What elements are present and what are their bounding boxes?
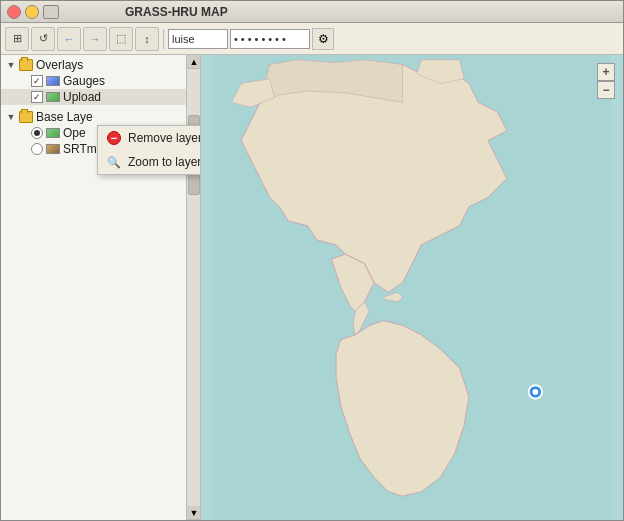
context-menu-item-remove[interactable]: Remove layer	[98, 126, 201, 150]
base-layers-expand-icon: ▼	[5, 111, 17, 123]
password-input[interactable]	[230, 29, 310, 49]
tree-node-overlays: ▼ Overlays Gauges Upload	[1, 55, 200, 107]
sidebar-item-gauges[interactable]: Gauges	[1, 73, 200, 89]
rotate-btn[interactable]: ↕	[135, 27, 159, 51]
sidebar-item-overlays[interactable]: ▼ Overlays	[1, 57, 200, 73]
scroll-arrow-up[interactable]: ▲	[187, 55, 201, 69]
map-svg	[201, 55, 623, 520]
upload-layer-icon	[46, 92, 60, 102]
expand-overlays-icon: ▼	[5, 59, 17, 71]
zoom-layer-label: Zoom to layer extent	[128, 155, 201, 169]
forward-btn[interactable]: →	[83, 27, 107, 51]
sidebar-item-upload[interactable]: Upload	[1, 89, 200, 105]
window-title: GRASS-HRU MAP	[125, 5, 228, 19]
refresh-btn[interactable]: ↺	[31, 27, 55, 51]
ope-radio[interactable]	[31, 127, 43, 139]
upload-checkbox[interactable]	[31, 91, 43, 103]
upload-expand-icon	[17, 91, 29, 103]
base-layers-label: Base Laye	[36, 110, 93, 124]
srtm-expand-icon	[17, 143, 29, 155]
toolbar-separator	[163, 29, 164, 49]
zoom-layer-icon: 🔍	[106, 154, 122, 170]
zoom-icon-shape: 🔍	[107, 155, 121, 169]
zoom-out-button[interactable]: −	[597, 81, 615, 99]
minimize-button[interactable]	[25, 5, 39, 19]
remove-icon-circle	[107, 131, 121, 145]
context-menu-item-zoom[interactable]: 🔍 Zoom to layer extent	[98, 150, 201, 174]
content-area: ▼ Overlays Gauges Upload	[1, 55, 623, 520]
gauges-layer-icon	[46, 76, 60, 86]
toolbar: ⊞ ↺ ← → ⬚ ↕ ⚙	[1, 23, 623, 55]
back-btn[interactable]: ←	[57, 27, 81, 51]
remove-layer-icon	[106, 130, 122, 146]
gauges-expand-icon	[17, 75, 29, 87]
srtm-radio[interactable]	[31, 143, 43, 155]
username-input[interactable]	[168, 29, 228, 49]
window-controls	[7, 5, 59, 19]
extent-btn[interactable]: ⬚	[109, 27, 133, 51]
srtm-layer-icon	[46, 144, 60, 154]
svg-point-2	[533, 389, 539, 395]
overlays-label: Overlays	[36, 58, 83, 72]
remove-layer-label: Remove layer	[128, 131, 201, 145]
context-menu: Remove layer 🔍 Zoom to layer extent	[97, 125, 201, 175]
zoom-controls: + −	[597, 63, 615, 99]
settings-icon-btn[interactable]: ⚙	[312, 28, 334, 50]
close-button[interactable]	[7, 5, 21, 19]
base-layers-folder-icon	[19, 111, 33, 123]
overlays-folder-icon	[19, 59, 33, 71]
gauges-checkbox[interactable]	[31, 75, 43, 87]
scroll-arrow-down[interactable]: ▼	[187, 506, 201, 520]
ope-expand-icon	[17, 127, 29, 139]
upload-label: Upload	[63, 90, 101, 104]
map-area[interactable]: + −	[201, 55, 623, 520]
gauges-label: Gauges	[63, 74, 105, 88]
ope-label: Ope	[63, 126, 86, 140]
search-button[interactable]	[43, 5, 59, 19]
zoom-in-button[interactable]: +	[597, 63, 615, 81]
sidebar: ▼ Overlays Gauges Upload	[1, 55, 201, 520]
grid-btn[interactable]: ⊞	[5, 27, 29, 51]
title-bar: GRASS-HRU MAP	[1, 1, 623, 23]
main-window: GRASS-HRU MAP ⊞ ↺ ← → ⬚ ↕ ⚙ ▼ Overlays	[0, 0, 624, 521]
ope-layer-icon	[46, 128, 60, 138]
sidebar-item-base-layers[interactable]: ▼ Base Laye	[1, 109, 200, 125]
